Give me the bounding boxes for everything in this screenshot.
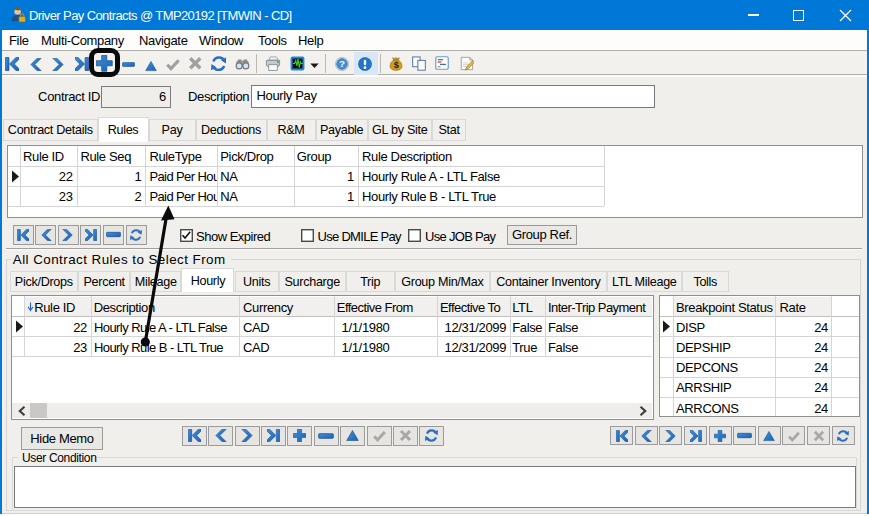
- svg-text:?: ?: [339, 59, 345, 69]
- svg-text:$: $: [394, 60, 399, 70]
